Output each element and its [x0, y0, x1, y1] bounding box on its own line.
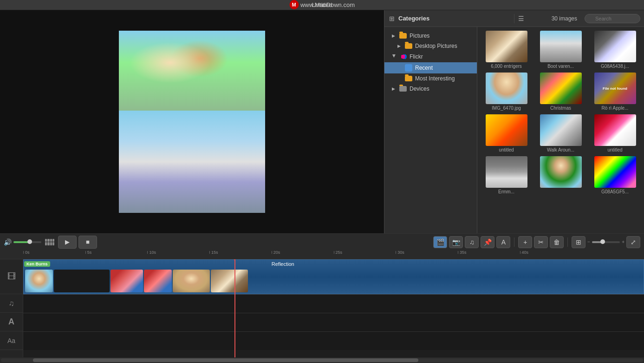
sidebar-label-desktop: Desktop Pictures: [415, 43, 457, 49]
list-item[interactable]: 6,000 entrigers: [481, 31, 532, 69]
ruler-label-35s: 35s: [460, 250, 467, 255]
ruler-label-20s: 20s: [273, 250, 280, 255]
ruler-label-40s: 40s: [522, 250, 529, 255]
fullscreen-button[interactable]: ⤢: [626, 236, 640, 248]
file-not-found-overlay: File not found: [594, 73, 636, 104]
add-button[interactable]: +: [518, 236, 532, 248]
image-label-5: Christmas: [550, 106, 571, 111]
christmas-image: [540, 73, 582, 104]
sidebar-item-most-interesting[interactable]: Most Interesting: [384, 73, 477, 84]
volume-knob: [27, 239, 32, 244]
text-track: [23, 313, 644, 331]
image-label-7: untitled: [499, 147, 514, 152]
thumbnail-2: [540, 31, 582, 62]
list-item[interactable]: IMG_6470.jpg: [481, 73, 532, 111]
grid-view-icon: [45, 239, 54, 245]
zoom-plus-icon: +: [622, 239, 624, 244]
list-item[interactable]: Boot varen...: [535, 31, 586, 69]
chevron-right-icon-2: ▶: [397, 44, 402, 48]
image-label-4: IMG_6470.jpg: [492, 106, 521, 111]
thumbnail-9: [594, 114, 636, 146]
chevron-right-icon-5: ▶: [392, 86, 397, 91]
image-label-2: Boot varen...: [547, 64, 574, 69]
list-item[interactable]: [535, 156, 586, 194]
ruler-marks: 0s 5s 10s 15s 20s 25s 30s: [23, 250, 644, 259]
list-item[interactable]: Ermm...: [481, 156, 532, 194]
folder-icon-3: [405, 76, 412, 81]
thumbnail-1: [486, 31, 527, 62]
image-label-3: G08A5438.j...: [601, 64, 629, 69]
volume-slider[interactable]: [13, 241, 41, 243]
bottom-scrollbar[interactable]: [0, 357, 644, 363]
list-item[interactable]: G08A5438.j...: [590, 31, 640, 69]
preview-images: [119, 31, 265, 213]
thumbnail-8: [540, 114, 582, 146]
photos-button[interactable]: 📷: [449, 236, 463, 248]
ruler-mark-15s: 15s: [209, 250, 218, 256]
preview-top-image: [119, 31, 265, 111]
search-input[interactable]: [585, 14, 640, 23]
image-label-8: Walk Aroun...: [547, 147, 574, 152]
thumbnail-4: [486, 73, 527, 104]
sidebar-item-flickr[interactable]: ▶ Flickr: [384, 51, 477, 62]
image-label-9: untitled: [607, 147, 622, 152]
delete-button[interactable]: 🗑: [550, 236, 564, 248]
video-track[interactable]: Ken Burns Reflection: [23, 259, 644, 294]
thumbnail-5: [540, 73, 582, 104]
text-icon: A: [8, 317, 14, 327]
list-item[interactable]: Christmas: [535, 73, 586, 111]
timeline-ruler: 0s 5s 10s 15s 20s 25s 30s: [0, 250, 644, 259]
media-browser-left: ⊞ Categories: [388, 15, 510, 22]
play-button[interactable]: ▶: [58, 236, 77, 249]
zoom-minus-icon: −: [587, 239, 590, 244]
zoom-slider-container: − +: [587, 239, 624, 244]
stop-button[interactable]: ■: [78, 236, 97, 249]
music-button[interactable]: ♫: [465, 236, 479, 248]
scrollbar-track: [1, 358, 643, 362]
toolbar-right-section: 🎬 📷 ♫ 📌 A + ✂ 🗑 ⊞ − + ⤢: [433, 236, 640, 248]
folder-icon-4: [399, 86, 407, 92]
sidebar-item-desktop-pictures[interactable]: ▶ Desktop Pictures: [384, 41, 477, 51]
film-thumb-baby: [25, 270, 53, 292]
right-panel-body: ▶ Pictures ▶ Desktop Pictures ▶ Flickr: [384, 27, 644, 233]
watermark-logo: M: [289, 0, 299, 9]
media-button[interactable]: 🎬: [433, 236, 447, 248]
list-item[interactable]: File not found Rò rì Apple...: [590, 73, 640, 111]
list-item[interactable]: G08A5GF5...: [590, 156, 640, 194]
film-icon: 🎞: [7, 272, 16, 282]
list-item[interactable]: untitled: [590, 114, 640, 152]
g08-image: [594, 31, 636, 62]
text-button[interactable]: A: [496, 236, 510, 248]
maps-button[interactable]: 📌: [481, 236, 494, 248]
timeline-content: 🎞 ♫ A Aa Ken Burns Reflection: [0, 259, 644, 357]
layout-button[interactable]: ⊞: [572, 236, 585, 248]
media-browser-right: ☰ 30 images 🔍: [514, 14, 640, 23]
sidebar-item-pictures[interactable]: ▶ Pictures: [384, 31, 477, 41]
sidebar-item-devices[interactable]: ▶ Devices: [384, 84, 477, 94]
timeline-left-icons: 🎞 ♫ A Aa: [0, 259, 23, 357]
list-item[interactable]: Walk Aroun...: [535, 114, 586, 152]
right-panel: ⊞ Categories ☰ 30 images 🔍 ▶: [384, 10, 644, 233]
categories-grid-icon: ⊞: [388, 15, 396, 22]
file-not-found-text: File not found: [602, 86, 628, 92]
ruler-label-10s: 10s: [149, 250, 156, 255]
thumbnail-6: File not found: [594, 73, 636, 104]
list-item[interactable]: untitled: [481, 114, 532, 152]
search-wrapper: 🔍: [585, 14, 640, 23]
sidebar-item-recent[interactable]: Recent: [384, 62, 477, 73]
preview-area: [0, 10, 384, 233]
media-browser-header: ⊞ Categories ☰ 30 images 🔍: [384, 10, 644, 27]
crop-button[interactable]: ✂: [534, 236, 548, 248]
ruler-mark-40s: 40s: [520, 250, 529, 256]
ruler-mark-5s: 5s: [85, 250, 92, 256]
yellow-image: [486, 114, 527, 146]
ruler-mark-25s: 25s: [334, 250, 343, 256]
scrollbar-thumb[interactable]: [33, 358, 418, 362]
sidebar: ▶ Pictures ▶ Desktop Pictures ▶ Flickr: [384, 27, 477, 233]
zoom-slider[interactable]: [592, 241, 620, 243]
group-image: [540, 156, 582, 188]
person-image: [486, 73, 527, 104]
untitled2-image: [594, 114, 636, 146]
timeline-tracks: Ken Burns Reflection: [23, 259, 644, 357]
film-thumb-baby2: [173, 270, 210, 292]
